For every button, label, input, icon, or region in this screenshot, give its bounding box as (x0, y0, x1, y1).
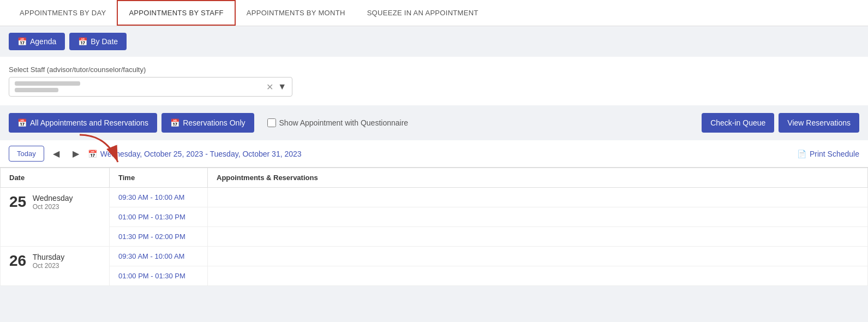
print-icon: 📄 (797, 150, 806, 158)
placeholder-bar-2 (15, 88, 58, 92)
prev-nav-button[interactable]: ◀ (49, 146, 64, 161)
calendar-icon: 📅 (17, 37, 27, 46)
select-staff-section: Select Staff (advisor/tutor/counselor/fa… (0, 57, 868, 105)
select-staff-placeholder (15, 81, 266, 92)
all-appointments-button[interactable]: 📅 All Appointments and Reservations (9, 113, 157, 133)
reservations-only-button[interactable]: 📅 Reservations Only (161, 113, 254, 133)
top-tabs-bar: APPOINTMENTS BY DAY APPOINTMENTS BY STAF… (0, 0, 868, 26)
col-time: Time (110, 168, 208, 188)
date-range-calendar-icon: 📅 (88, 150, 97, 158)
date-cell: 26 Thursday Oct 2023 (1, 247, 110, 286)
date-nav-row: Today ◀ ▶ 📅 Wednesday, October 25, 2023 … (0, 140, 868, 168)
select-staff-input[interactable]: ✕ ▼ (9, 77, 292, 97)
appointment-cell (208, 247, 868, 266)
time-cell[interactable]: 09:30 AM - 10:00 AM (110, 247, 208, 266)
date-month-year: Oct 2023 (33, 262, 59, 270)
check-in-queue-button[interactable]: Check-in Queue (702, 113, 774, 133)
select-clear-icon[interactable]: ✕ (266, 82, 273, 92)
time-cell[interactable]: 01:00 PM - 01:30 PM (110, 207, 208, 227)
show-questionnaire-checkbox[interactable] (267, 118, 276, 127)
appointments-table: Date Time Appointments & Reservations 25… (0, 168, 868, 286)
date-range-display: 📅 Wednesday, October 25, 2023 - Tuesday,… (88, 150, 302, 158)
next-nav-button[interactable]: ▶ (68, 146, 83, 161)
time-cell[interactable]: 01:30 PM - 02:00 PM (110, 227, 208, 247)
placeholder-bars (15, 81, 80, 92)
calendar-icon-2: 📅 (78, 37, 87, 46)
calendar-icon-4: 📅 (170, 118, 179, 127)
date-number: 25 (9, 193, 26, 211)
appointment-cell (208, 188, 868, 207)
calendar-icon-3: 📅 (17, 118, 27, 127)
placeholder-bar-1 (15, 81, 80, 86)
table-body: 25 Wednesday Oct 2023 09:30 AM - 10:00 A… (1, 188, 868, 286)
filter-row: 📅 All Appointments and Reservations 📅 Re… (0, 105, 868, 140)
table-row: 25 Wednesday Oct 2023 09:30 AM - 10:00 A… (1, 188, 868, 207)
tab-appointments-by-day[interactable]: APPOINTMENTS BY DAY (9, 1, 117, 25)
filter-buttons-container: 📅 All Appointments and Reservations 📅 Re… (9, 113, 254, 133)
appointment-cell (208, 207, 868, 227)
tab-appointments-by-month[interactable]: APPOINTMENTS BY MONTH (236, 1, 356, 25)
by-date-button[interactable]: 📅 By Date (69, 33, 127, 50)
date-number: 26 (9, 252, 26, 270)
table-row: 01:30 PM - 02:00 PM (1, 227, 868, 247)
col-date: Date (1, 168, 110, 188)
time-cell[interactable]: 01:00 PM - 01:30 PM (110, 266, 208, 286)
date-day-name: Thursday (33, 253, 64, 261)
table-header: Date Time Appointments & Reservations (1, 168, 868, 188)
appointment-cell (208, 266, 868, 286)
date-day-name: Wednesday (33, 194, 73, 202)
table-row: 01:00 PM - 01:30 PM (1, 207, 868, 227)
select-dropdown-icon[interactable]: ▼ (278, 82, 286, 92)
print-schedule-button[interactable]: 📄 Print Schedule (797, 150, 859, 158)
agenda-button[interactable]: 📅 Agenda (9, 33, 65, 50)
col-appts: Appointments & Reservations (208, 168, 868, 188)
view-buttons-row: 📅 Agenda 📅 By Date (0, 26, 868, 57)
date-cell: 25 Wednesday Oct 2023 (1, 188, 110, 247)
tab-squeeze-in[interactable]: SQUEEZE IN AN APPOINTMENT (356, 1, 489, 25)
view-reservations-button[interactable]: View Reservations (779, 113, 859, 133)
select-staff-label: Select Staff (advisor/tutor/counselor/fa… (9, 65, 859, 74)
tab-appointments-by-staff[interactable]: APPOINTMENTS BY STAFF (117, 0, 235, 26)
time-cell[interactable]: 09:30 AM - 10:00 AM (110, 188, 208, 207)
table-row: 01:00 PM - 01:30 PM (1, 266, 868, 286)
appointment-cell (208, 227, 868, 247)
show-questionnaire-label[interactable]: Show Appointment with Questionnaire (267, 118, 409, 127)
today-button[interactable]: Today (9, 146, 44, 162)
date-month-year: Oct 2023 (33, 203, 59, 211)
table-row: 26 Thursday Oct 2023 09:30 AM - 10:00 AM (1, 247, 868, 266)
